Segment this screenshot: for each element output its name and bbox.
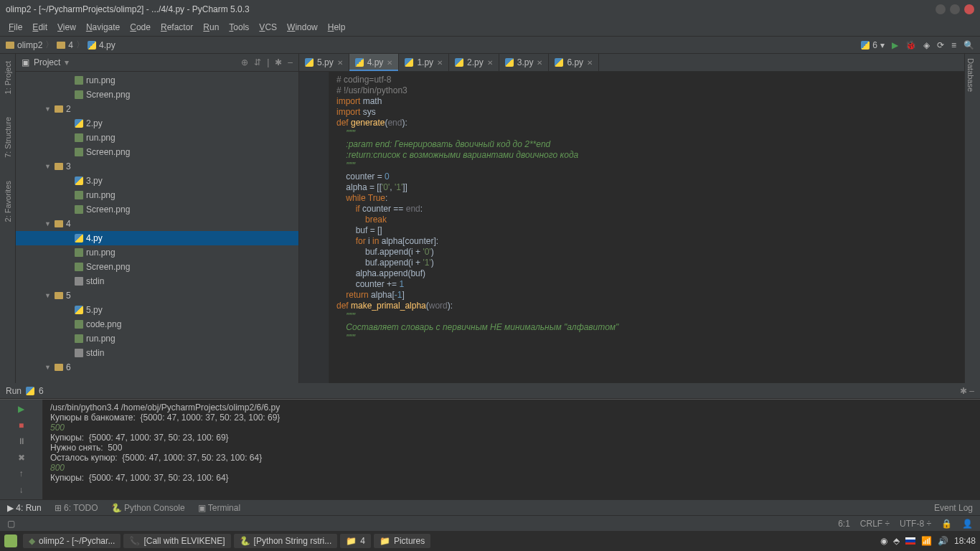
menu-code[interactable]: Code — [130, 22, 151, 32]
hector-icon[interactable]: 👤 — [962, 519, 973, 529]
file-encoding[interactable]: UTF-8 ÷ — [900, 519, 931, 529]
tree-item[interactable]: code.png — [16, 317, 298, 331]
tab-close-icon[interactable]: ✕ — [337, 59, 343, 67]
line-separator[interactable]: CRLF ÷ — [860, 519, 890, 529]
editor-tab[interactable]: 6.py✕ — [549, 54, 599, 71]
editor-tab[interactable]: 5.py✕ — [299, 54, 349, 71]
py-icon — [88, 41, 96, 50]
tree-item[interactable]: 5.py — [16, 303, 298, 317]
tree-item[interactable]: Screen.png — [16, 145, 298, 159]
menu-tools[interactable]: Tools — [229, 22, 249, 32]
event-log-tab[interactable]: Event Log — [934, 503, 973, 513]
tree-item[interactable]: run.png — [16, 131, 298, 145]
tab-close-icon[interactable]: ✕ — [587, 59, 593, 67]
pause-icon[interactable]: ⏸ — [14, 435, 29, 448]
tree-item[interactable]: ▼5 — [16, 288, 298, 303]
bottom-tab[interactable]: ▶ 4: Run — [7, 503, 42, 513]
tree-item[interactable]: 3.py — [16, 174, 298, 188]
minimize-icon[interactable] — [936, 4, 946, 14]
panel-tool-icon[interactable]: ⇵ — [254, 57, 261, 67]
breadcrumb-item[interactable]: 4 — [57, 40, 73, 50]
menu-vcs[interactable]: VCS — [259, 22, 277, 32]
tab-close-icon[interactable]: ✕ — [537, 59, 542, 67]
network-tray-icon[interactable]: ⬘ — [893, 536, 900, 546]
tree-item[interactable]: ▼4 — [16, 217, 298, 231]
clock[interactable]: 18:48 — [954, 536, 976, 546]
chrome-tray-icon[interactable]: ◉ — [880, 536, 887, 546]
tool-tab[interactable]: 1: Project — [2, 57, 14, 98]
panel-tool-icon[interactable]: | — [267, 57, 269, 67]
run-config-selector[interactable]: 6 ▾ — [861, 40, 885, 50]
taskbar-item[interactable]: 🐍[Python String rstri... — [234, 534, 338, 548]
tree-item[interactable]: ▼6 — [16, 360, 298, 375]
update-icon[interactable]: ⟳ — [937, 40, 944, 50]
editor-gutter — [299, 72, 329, 383]
menu-run[interactable]: Run — [203, 22, 219, 32]
editor-tab[interactable]: 4.py✕ — [349, 54, 400, 71]
editor-tab[interactable]: 3.py✕ — [499, 54, 550, 71]
tab-close-icon[interactable]: ✕ — [437, 59, 443, 67]
search-icon[interactable]: 🔍 — [963, 40, 974, 50]
taskbar-item[interactable]: 📞[Call with ELVIKENE] — [123, 534, 230, 548]
tree-item[interactable]: ▼2 — [16, 102, 298, 116]
project-tree[interactable]: run.pngScreen.png▼22.pyrun.pngScreen.png… — [16, 72, 298, 383]
debug-icon[interactable]: 🐞 — [905, 40, 916, 50]
editor-tab[interactable]: 1.py✕ — [399, 54, 449, 71]
tree-item[interactable]: 2.py — [16, 116, 298, 131]
tool-tab[interactable]: 7: Structure — [2, 113, 14, 162]
menu-refactor[interactable]: Refactor — [161, 22, 193, 32]
tree-item[interactable]: stdin — [16, 346, 298, 360]
wifi-tray-icon[interactable]: 📶 — [921, 536, 932, 546]
tree-item[interactable]: stdin — [16, 274, 298, 288]
panel-tool-icon[interactable]: ✱ — [275, 57, 282, 67]
tree-item[interactable]: run.png — [16, 188, 298, 202]
settings-icon[interactable]: ≡ — [951, 40, 956, 50]
menu-file[interactable]: File — [9, 22, 22, 32]
tree-item[interactable]: Screen.png — [16, 260, 298, 274]
bottom-tab[interactable]: ⊞ 6: TODO — [55, 503, 98, 513]
tab-close-icon[interactable]: ✕ — [487, 59, 493, 67]
taskbar-item[interactable]: 📁Pictures — [374, 534, 430, 548]
up-icon[interactable]: ↑ — [14, 467, 29, 481]
tree-item[interactable]: Screen.png — [16, 202, 298, 217]
tree-item[interactable]: run.png — [16, 245, 298, 260]
tab-close-icon[interactable]: ✕ — [387, 59, 392, 67]
tree-item[interactable]: ▼3 — [16, 159, 298, 174]
coverage-icon[interactable]: ◈ — [923, 40, 930, 50]
rerun-icon[interactable]: ▶ — [14, 402, 29, 416]
tree-item[interactable]: Screen.png — [16, 88, 298, 102]
dump-icon[interactable]: ✖ — [14, 451, 29, 465]
panel-tool-icon[interactable]: – — [288, 57, 293, 67]
taskbar-item[interactable]: ◆olimp2 - [~/Pychar... — [23, 534, 121, 548]
maximize-icon[interactable] — [950, 4, 960, 14]
stop-icon[interactable]: ■ — [14, 419, 29, 433]
volume-tray-icon[interactable]: 🔊 — [938, 536, 948, 546]
database-tab[interactable]: Database — [965, 54, 976, 96]
taskbar-item[interactable]: 📁4 — [340, 534, 371, 548]
run-settings-icon[interactable]: ✱ – — [960, 386, 974, 396]
menu-navigate[interactable]: Navigate — [86, 22, 120, 32]
lock-icon[interactable]: 🔒 — [941, 519, 952, 529]
code-editor[interactable]: # coding=utf-8# !/usr/bin/python3import … — [329, 72, 964, 383]
menu-window[interactable]: Window — [287, 22, 318, 32]
tree-item[interactable]: run.png — [16, 331, 298, 346]
run-output[interactable]: /usr/bin/python3.4 /home/obj/PycharmProj… — [43, 400, 980, 499]
down-icon[interactable]: ↓ — [14, 484, 29, 497]
bottom-tab[interactable]: ▣ Terminal — [198, 503, 240, 513]
tree-item[interactable]: run.png — [16, 73, 298, 88]
breadcrumb-item[interactable]: olimp2 — [6, 40, 42, 50]
menu-view[interactable]: View — [57, 22, 76, 32]
start-menu-icon[interactable] — [4, 534, 17, 547]
tree-item[interactable]: 4.py — [16, 231, 298, 245]
close-icon[interactable] — [964, 4, 974, 14]
breadcrumb-item[interactable]: 4.py — [88, 40, 116, 50]
editor-tab[interactable]: 2.py✕ — [449, 54, 499, 71]
bottom-tool-tabs: ▶ 4: Run⊞ 6: TODO🐍 Python Console▣ Termi… — [0, 499, 980, 515]
bottom-tab[interactable]: 🐍 Python Console — [111, 503, 185, 513]
menu-edit[interactable]: Edit — [32, 22, 47, 32]
menu-help[interactable]: Help — [328, 22, 346, 32]
run-icon[interactable]: ▶ — [892, 40, 898, 50]
panel-tool-icon[interactable]: ⊕ — [241, 57, 248, 67]
keyboard-layout-icon[interactable] — [905, 537, 915, 545]
tool-tab[interactable]: 2: Favorites — [2, 176, 14, 226]
